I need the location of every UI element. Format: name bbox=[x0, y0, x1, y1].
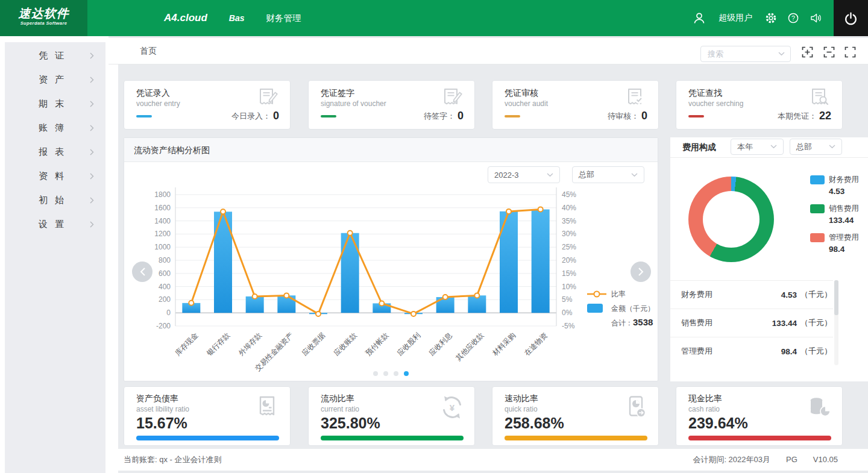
ratio-card-1: 流动比率 current ratio 325.80% ¥ bbox=[308, 386, 475, 446]
svg-text:800: 800 bbox=[159, 256, 171, 265]
org-select-value: 总部 bbox=[579, 169, 594, 180]
header-nav-item-1[interactable]: Bas bbox=[229, 13, 245, 23]
ratio-value: 15.67% bbox=[136, 415, 187, 432]
sidebar-item-3[interactable]: 账 簿 bbox=[5, 116, 105, 140]
carousel-next-icon[interactable] bbox=[631, 262, 651, 282]
asset-structure-panel: 流动资产结构分析图 2022-3 总部 -2000200400600800100… bbox=[124, 137, 658, 381]
sidebar: 凭 证 资 产 期 末 账 簿 报 表 资 料 初 始 设 置 bbox=[5, 42, 105, 473]
chevron-down-icon bbox=[770, 145, 777, 149]
svg-text:10%: 10% bbox=[562, 283, 576, 291]
speaker-icon[interactable] bbox=[810, 12, 822, 24]
carousel-prev-icon[interactable] bbox=[132, 262, 153, 282]
chevron-down-icon bbox=[631, 173, 638, 177]
sidebar-item-4[interactable]: 报 表 bbox=[5, 140, 105, 164]
chevron-right-icon bbox=[90, 125, 94, 131]
help-icon[interactable]: ? bbox=[787, 12, 799, 24]
chevron-right-icon bbox=[90, 173, 94, 180]
zoom-in-window-icon[interactable] bbox=[802, 46, 813, 58]
zoom-out-window-icon[interactable] bbox=[823, 46, 835, 58]
carousel-dot-3[interactable] bbox=[404, 371, 409, 376]
expense-row-label: 管理费用 bbox=[681, 346, 712, 357]
expense-panel: 费用构成 本年 总部 财务费用 4.53 销售费用 133.44 bbox=[670, 137, 868, 381]
expense-legend: 财务费用 4.53 销售费用 133.44 管理费用 98.4 bbox=[810, 175, 859, 262]
summary-card-1[interactable]: 凭证签字 signature of voucher 待签字：0 bbox=[308, 80, 475, 130]
gear-icon[interactable] bbox=[765, 12, 777, 24]
voucher-search-icon bbox=[807, 87, 832, 110]
card-title: 速动比率 bbox=[505, 393, 538, 404]
card-title: 凭证录入 bbox=[136, 88, 170, 99]
legend-swatch bbox=[810, 175, 825, 184]
summary-card-0[interactable]: 凭证录入 voucher entry 今日录入：0 bbox=[124, 80, 291, 130]
svg-text:金额（千元）: 金额（千元） bbox=[611, 304, 655, 313]
svg-text:1600: 1600 bbox=[154, 204, 171, 212]
user-icon[interactable] bbox=[693, 11, 706, 25]
svg-text:-5%: -5% bbox=[562, 322, 575, 330]
svg-text:应收利息: 应收利息 bbox=[427, 331, 454, 357]
svg-text:?: ? bbox=[791, 14, 795, 22]
carousel-dot-0[interactable] bbox=[373, 371, 378, 376]
expense-org-select[interactable]: 总部 bbox=[790, 139, 842, 155]
expense-title: 费用构成 bbox=[682, 142, 716, 153]
summary-card-3[interactable]: 凭证查找 voucher serching 本期凭证：22 bbox=[676, 80, 843, 130]
chevron-right-icon bbox=[90, 101, 94, 107]
card-stat: 待审核：0 bbox=[608, 110, 647, 122]
chevron-right-icon bbox=[90, 197, 94, 204]
accent-dash bbox=[136, 115, 152, 117]
legend-item-1: 销售费用 133.44 bbox=[810, 204, 859, 225]
logo-title: 速达软件 bbox=[0, 6, 87, 20]
tab-home[interactable]: 首页 bbox=[140, 38, 157, 64]
expense-row-value: 133.44 bbox=[772, 319, 797, 328]
expense-row-0: 财务费用 4.53 （千元） bbox=[670, 280, 833, 309]
sidebar-item-2[interactable]: 期 末 bbox=[5, 92, 105, 116]
status-bar: 当前账套: qx - 企业会计准则 会计期间: 2022年03月 PG V10.… bbox=[118, 449, 868, 471]
svg-text:1400: 1400 bbox=[154, 217, 171, 225]
chevron-right-icon bbox=[90, 221, 94, 228]
power-icon[interactable] bbox=[834, 0, 868, 36]
sidebar-item-7[interactable]: 设 置 bbox=[5, 212, 105, 236]
sidebar-item-5[interactable]: 资 料 bbox=[5, 164, 105, 188]
current-account: 当前账套: qx - 企业会计准则 bbox=[124, 449, 222, 471]
svg-text:应收账款: 应收账款 bbox=[332, 331, 359, 357]
left-gutter bbox=[108, 64, 118, 473]
search-input[interactable] bbox=[706, 49, 778, 59]
svg-text:20%: 20% bbox=[562, 256, 576, 265]
carousel-dot-1[interactable] bbox=[383, 371, 388, 376]
search-select[interactable] bbox=[700, 46, 791, 62]
ratio-value: 239.64% bbox=[688, 415, 748, 432]
doc-pie-icon bbox=[254, 394, 281, 421]
svg-text:1000: 1000 bbox=[154, 243, 171, 251]
sidebar-item-0[interactable]: 凭 证 bbox=[5, 43, 105, 67]
coins-pie-icon bbox=[807, 394, 833, 421]
sidebar-item-label: 账 簿 bbox=[39, 122, 66, 134]
app-logo[interactable]: 速达软件 Superdata Software bbox=[0, 0, 87, 36]
svg-text:材料采购: 材料采购 bbox=[491, 331, 518, 358]
svg-text:1200: 1200 bbox=[154, 230, 171, 238]
legend-item-2: 管理费用 98.4 bbox=[810, 233, 859, 254]
card-stat: 本期凭证：22 bbox=[778, 110, 831, 122]
expense-period-value: 本年 bbox=[737, 142, 753, 152]
legend-swatch bbox=[810, 204, 825, 213]
carousel-dot-2[interactable] bbox=[394, 371, 398, 376]
summary-card-2[interactable]: 凭证审核 voucher audit 待审核：0 bbox=[492, 80, 659, 130]
header-actions: 超级用户 ? bbox=[693, 0, 822, 36]
expense-row-2: 管理费用 98.4 （千元） bbox=[670, 337, 833, 365]
svg-text:35%: 35% bbox=[562, 217, 576, 225]
fullscreen-icon[interactable] bbox=[844, 46, 856, 58]
header-nav-item-0[interactable]: A4.cloud bbox=[164, 12, 207, 24]
accent-dash bbox=[505, 115, 520, 117]
sidebar-item-6[interactable]: 初 始 bbox=[5, 188, 105, 212]
header-nav-item-2[interactable]: 财务管理 bbox=[266, 13, 301, 24]
current-user[interactable]: 超级用户 bbox=[719, 13, 752, 23]
svg-text:400: 400 bbox=[159, 283, 171, 291]
phone-pie-icon bbox=[623, 394, 649, 421]
scrollbar-thumb[interactable] bbox=[834, 280, 838, 315]
expense-period-select[interactable]: 本年 bbox=[731, 139, 784, 155]
svg-text:15%: 15% bbox=[562, 269, 576, 278]
card-subtitle: asset libility ratio bbox=[136, 405, 189, 413]
card-title: 凭证签字 bbox=[321, 88, 354, 99]
card-title: 凭证审核 bbox=[505, 88, 538, 99]
sidebar-item-1[interactable]: 资 产 bbox=[5, 67, 105, 92]
card-subtitle: signature of voucher bbox=[321, 99, 386, 108]
svg-text:在途物资: 在途物资 bbox=[523, 331, 549, 357]
svg-text:1800: 1800 bbox=[154, 190, 171, 199]
